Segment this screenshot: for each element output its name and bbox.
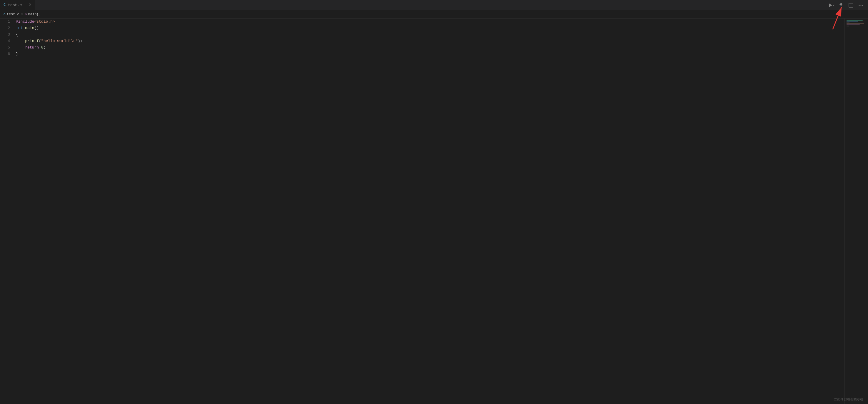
minimap-line-2 — [846, 21, 858, 22]
split-icon — [848, 3, 853, 8]
breadcrumb-sep: > — [21, 12, 23, 16]
minimap-line-5 — [846, 24, 860, 25]
line-number-1: 1 — [6, 19, 10, 25]
breadcrumb-func[interactable]: ⊙ main() — [25, 12, 41, 16]
token-main: main — [25, 25, 34, 31]
code-line-3: { — [16, 31, 844, 38]
token-printf: printf — [25, 38, 39, 44]
token-space-1 — [23, 25, 25, 31]
token-close-paren-semi: ); — [78, 38, 83, 44]
breadcrumb-func-icon: ⊙ — [25, 12, 27, 16]
run-button[interactable]: ∨ — [829, 3, 834, 7]
breadcrumb: C test.c > ⊙ main() — [0, 10, 868, 19]
code-line-5: return 0; — [16, 44, 844, 51]
line-number-3: 3 — [6, 31, 10, 38]
tab-bar: C test.c × ∨ — [0, 0, 868, 10]
token-semi: ; — [43, 44, 46, 51]
code-content[interactable]: #include<stdio.h> int main() { printf("h… — [15, 19, 844, 404]
minimap — [844, 19, 868, 404]
more-actions-button[interactable] — [858, 2, 865, 9]
more-icon — [858, 3, 864, 8]
code-line-6: } — [16, 51, 844, 57]
breadcrumb-file-name: test.c — [7, 12, 20, 16]
token-string: "hello world!\n" — [41, 38, 78, 44]
gear-icon — [839, 3, 843, 8]
line-number-5: 5 — [6, 44, 10, 51]
token-hash: # — [16, 19, 18, 25]
code-line-1: #include<stdio.h> — [16, 19, 844, 25]
svg-point-2 — [859, 5, 860, 6]
token-indent-5 — [16, 44, 25, 51]
token-zero: 0 — [41, 44, 43, 51]
token-int: int — [16, 25, 23, 31]
minimap-line-3 — [846, 22, 849, 23]
code-line-2: int main() — [16, 25, 844, 31]
token-open-brace: { — [16, 31, 18, 38]
token-space-2 — [39, 44, 41, 51]
tab-file-icon: C — [3, 3, 6, 7]
svg-point-3 — [861, 5, 862, 6]
editor-area: 1 2 3 4 5 6 #include<stdio.h> int main()… — [0, 19, 868, 404]
code-line-4: printf("hello world!\n"); — [16, 38, 844, 44]
token-include: include — [18, 19, 34, 25]
minimap-line-4 — [846, 23, 864, 24]
editor-toolbar: ∨ — [826, 0, 868, 10]
token-parens: () — [34, 25, 39, 31]
line-number-4: 4 — [6, 38, 10, 44]
svg-point-4 — [862, 5, 863, 6]
token-indent-4 — [16, 38, 25, 44]
minimap-line-6 — [846, 26, 849, 27]
watermark: CSDN @香蕉割草机 — [834, 397, 863, 402]
tab-test-c[interactable]: C test.c × — [0, 0, 35, 10]
token-close-brace: } — [16, 51, 18, 57]
breadcrumb-file-icon: C — [3, 13, 6, 16]
run-triangle-icon — [829, 3, 832, 7]
token-open-paren: ( — [39, 38, 41, 44]
split-editor-button[interactable] — [847, 2, 855, 9]
line-number-2: 2 — [6, 25, 10, 31]
line-numbers: 1 2 3 4 5 6 — [0, 19, 15, 404]
breadcrumb-func-name: main() — [28, 12, 41, 16]
close-tab-button[interactable]: × — [29, 3, 31, 7]
token-return: return — [25, 44, 39, 51]
minimap-content — [845, 19, 868, 28]
settings-button[interactable] — [837, 2, 844, 9]
token-stdio: <stdio.h> — [34, 19, 55, 25]
minimap-line-1 — [846, 20, 863, 21]
breadcrumb-file[interactable]: C test.c — [3, 12, 20, 16]
line-number-6: 6 — [6, 51, 10, 57]
tab-filename: test.c — [8, 3, 22, 7]
run-dropdown-icon[interactable]: ∨ — [833, 3, 834, 7]
